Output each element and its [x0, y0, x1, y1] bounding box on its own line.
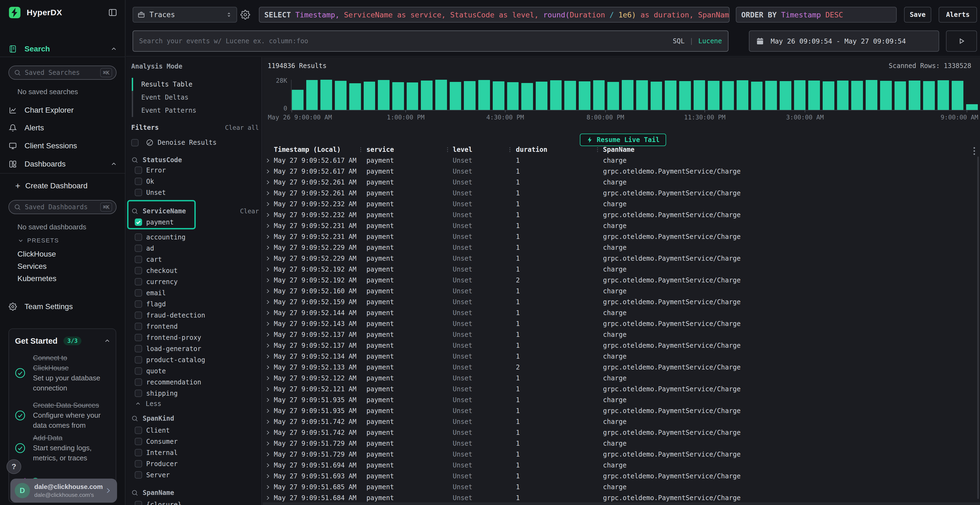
histogram-bar[interactable]: [607, 82, 619, 110]
create-dashboard-button[interactable]: + Create Dashboard: [15, 180, 88, 191]
table-row[interactable]: May 27 9:09:51.742 AM payment Unset 1 gr…: [263, 427, 980, 438]
histogram-bar[interactable]: [550, 80, 562, 110]
row-expand-chevron-icon[interactable]: [265, 188, 273, 199]
filter-checkbox[interactable]: [135, 390, 142, 397]
histogram-bar[interactable]: [851, 81, 863, 110]
filter-option[interactable]: Producer: [131, 458, 259, 469]
row-expand-chevron-icon[interactable]: [265, 449, 273, 460]
search-icon[interactable]: [131, 415, 138, 422]
filter-option[interactable]: product-catalog: [131, 354, 259, 365]
histogram-bar[interactable]: [966, 104, 978, 110]
filter-checkbox[interactable]: [135, 356, 142, 364]
filter-option[interactable]: cart: [131, 254, 259, 265]
histogram-bar[interactable]: [780, 81, 791, 110]
filter-checkbox[interactable]: [135, 267, 142, 274]
row-expand-chevron-icon[interactable]: [265, 481, 273, 492]
filter-option[interactable]: Error: [131, 165, 259, 176]
histogram-bar[interactable]: [894, 81, 906, 110]
search-icon[interactable]: [131, 208, 138, 215]
analysis-mode-option[interactable]: Event Patterns: [132, 104, 259, 117]
table-row[interactable]: May 27 9:09:52.232 AM payment Unset 1 ch…: [263, 199, 980, 210]
table-row[interactable]: May 27 9:09:51.729 AM payment Unset 1 ch…: [263, 438, 980, 449]
table-row[interactable]: May 27 9:09:51.694 AM payment Unset 1 ch…: [263, 460, 980, 471]
denoise-results-toggle[interactable]: Denoise Results: [131, 138, 217, 147]
row-expand-chevron-icon[interactable]: [265, 166, 273, 177]
table-row[interactable]: May 27 9:09:52.159 AM payment Unset 1 gr…: [263, 297, 980, 308]
row-expand-chevron-icon[interactable]: [265, 460, 273, 471]
histogram-bar[interactable]: [636, 80, 648, 110]
histogram-bar[interactable]: [593, 80, 605, 110]
filter-option[interactable]: frontend: [131, 321, 259, 332]
horizontal-scrollbar[interactable]: [263, 502, 980, 505]
filter-option[interactable]: Consumer: [131, 436, 259, 447]
row-expand-chevron-icon[interactable]: [265, 362, 273, 373]
histogram-bar[interactable]: [306, 80, 318, 110]
histogram-bar[interactable]: [880, 81, 892, 110]
row-expand-chevron-icon[interactable]: [265, 275, 273, 286]
histogram-bar[interactable]: [808, 81, 820, 110]
column-menu-icon[interactable]: [446, 146, 449, 153]
filter-option[interactable]: Unset: [131, 187, 259, 198]
histogram-bar[interactable]: [651, 82, 662, 110]
histogram-bar[interactable]: [794, 80, 806, 110]
histogram-bar[interactable]: [378, 80, 390, 110]
source-select[interactable]: Traces: [132, 7, 237, 22]
histogram-bar[interactable]: [937, 80, 949, 110]
row-expand-chevron-icon[interactable]: [265, 351, 273, 362]
table-row[interactable]: May 27 9:09:52.231 AM payment Unset 1 ch…: [263, 221, 980, 231]
run-query-button[interactable]: [946, 30, 977, 52]
row-expand-chevron-icon[interactable]: [265, 221, 273, 231]
histogram-bar[interactable]: [536, 82, 547, 110]
vertical-scrollbar[interactable]: [977, 156, 979, 499]
row-expand-chevron-icon[interactable]: [265, 427, 273, 438]
filter-option[interactable]: accounting: [131, 232, 259, 243]
filter-option[interactable]: flagd: [131, 299, 259, 310]
filter-option[interactable]: frontend-proxy: [131, 332, 259, 343]
filter-option[interactable]: Server: [131, 469, 259, 481]
table-row[interactable]: May 27 9:09:51.685 AM payment Unset 1 ch…: [263, 481, 980, 492]
filter-option[interactable]: Internal: [131, 447, 259, 458]
filter-option[interactable]: shipping: [131, 388, 259, 399]
table-row[interactable]: May 27 9:09:52.617 AM payment Unset 1 ch…: [263, 155, 980, 166]
get-started-item[interactable]: Create Data SourcesConfigure where your …: [14, 400, 112, 430]
histogram-bar[interactable]: [435, 80, 447, 110]
row-expand-chevron-icon[interactable]: [265, 492, 273, 502]
histogram-bar[interactable]: [909, 81, 920, 110]
language-toggle-lucene[interactable]: Lucene: [698, 37, 722, 45]
row-expand-chevron-icon[interactable]: [265, 210, 273, 221]
filter-option[interactable]: quote: [131, 365, 259, 376]
table-row[interactable]: May 27 9:09:52.137 AM payment Unset 1 gr…: [263, 340, 980, 351]
preset-item[interactable]: ClickHouse: [18, 248, 56, 260]
filter-checkbox[interactable]: [135, 438, 142, 445]
row-expand-chevron-icon[interactable]: [265, 199, 273, 210]
row-expand-chevron-icon[interactable]: [265, 253, 273, 264]
histogram-bar[interactable]: [952, 81, 963, 110]
save-button[interactable]: Save: [904, 7, 931, 22]
help-button[interactable]: ?: [6, 459, 21, 474]
column-menu-icon[interactable]: [596, 146, 599, 153]
show-less-toggle[interactable]: Less: [135, 399, 161, 409]
sidebar-item-team-settings[interactable]: Team Settings: [9, 301, 117, 312]
column-header-duration[interactable]: duration: [516, 144, 547, 155]
sidebar-section-search[interactable]: Search: [9, 43, 117, 54]
column-header-timestamp[interactable]: Timestamp (Local): [274, 144, 341, 155]
table-row[interactable]: May 27 9:09:52.192 AM payment Unset 1 ch…: [263, 264, 980, 275]
row-expand-chevron-icon[interactable]: [265, 405, 273, 416]
filter-checkbox[interactable]: [135, 167, 142, 174]
table-row[interactable]: May 27 9:09:52.143 AM payment Unset 1 gr…: [263, 318, 980, 329]
histogram-bar[interactable]: [737, 80, 748, 110]
histogram-bar[interactable]: [722, 81, 734, 110]
table-row[interactable]: May 27 9:09:52.122 AM payment Unset 1 ch…: [263, 373, 980, 384]
filter-checkbox[interactable]: [135, 449, 142, 456]
filter-checkbox[interactable]: [135, 367, 142, 375]
order-by-editor[interactable]: ORDER BY Timestamp DESC: [736, 7, 897, 22]
alerts-button[interactable]: Alerts: [939, 7, 977, 22]
clear-all-filters-link[interactable]: Clear all: [225, 124, 259, 131]
filter-checkbox[interactable]: [135, 300, 142, 308]
table-row[interactable]: May 27 9:09:51.729 AM payment Unset 1 gr…: [263, 449, 980, 460]
filter-checkbox[interactable]: [135, 178, 142, 185]
table-row[interactable]: May 27 9:09:52.137 AM payment Unset 1 ch…: [263, 329, 980, 340]
sidebar-item-dashboards[interactable]: Dashboards: [9, 159, 117, 170]
filter-option[interactable]: checkout: [131, 265, 259, 276]
histogram-bar[interactable]: [564, 81, 576, 110]
